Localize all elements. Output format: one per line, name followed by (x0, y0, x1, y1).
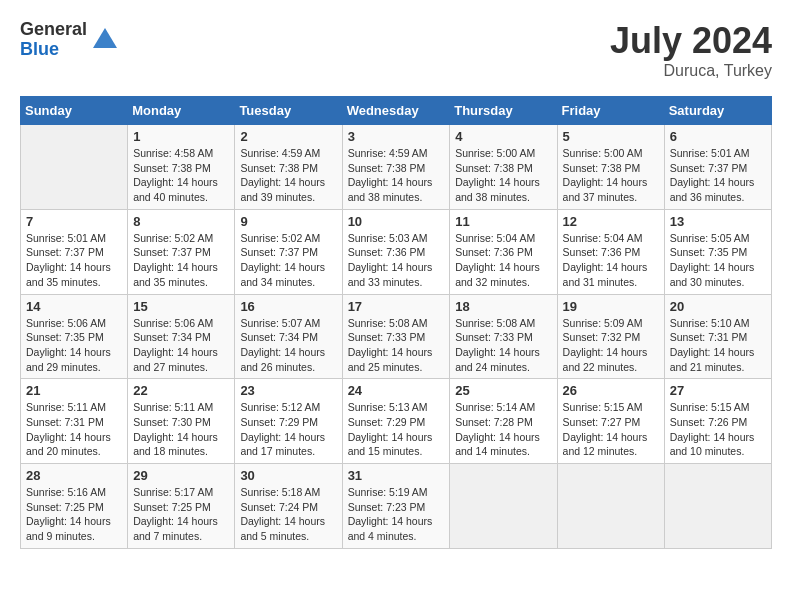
calendar-day-5: 5Sunrise: 5:00 AMSunset: 7:38 PMDaylight… (557, 125, 664, 210)
day-info: Sunrise: 5:00 AMSunset: 7:38 PMDaylight:… (563, 146, 659, 205)
day-number: 23 (240, 383, 336, 398)
calendar-day-29: 29Sunrise: 5:17 AMSunset: 7:25 PMDayligh… (128, 464, 235, 549)
calendar-day-12: 12Sunrise: 5:04 AMSunset: 7:36 PMDayligh… (557, 209, 664, 294)
day-info: Sunrise: 5:11 AMSunset: 7:30 PMDaylight:… (133, 400, 229, 459)
day-number: 26 (563, 383, 659, 398)
day-info: Sunrise: 5:18 AMSunset: 7:24 PMDaylight:… (240, 485, 336, 544)
day-number: 16 (240, 299, 336, 314)
calendar-day-31: 31Sunrise: 5:19 AMSunset: 7:23 PMDayligh… (342, 464, 450, 549)
logo-blue-text: Blue (20, 40, 87, 60)
calendar-day-3: 3Sunrise: 4:59 AMSunset: 7:38 PMDaylight… (342, 125, 450, 210)
day-info: Sunrise: 5:19 AMSunset: 7:23 PMDaylight:… (348, 485, 445, 544)
day-number: 22 (133, 383, 229, 398)
day-number: 2 (240, 129, 336, 144)
weekday-header-tuesday: Tuesday (235, 97, 342, 125)
calendar-day-15: 15Sunrise: 5:06 AMSunset: 7:34 PMDayligh… (128, 294, 235, 379)
weekday-header-saturday: Saturday (664, 97, 771, 125)
day-info: Sunrise: 5:07 AMSunset: 7:34 PMDaylight:… (240, 316, 336, 375)
calendar-day-17: 17Sunrise: 5:08 AMSunset: 7:33 PMDayligh… (342, 294, 450, 379)
calendar-day-25: 25Sunrise: 5:14 AMSunset: 7:28 PMDayligh… (450, 379, 557, 464)
logo-general-text: General (20, 20, 87, 40)
empty-day (450, 464, 557, 549)
calendar-day-16: 16Sunrise: 5:07 AMSunset: 7:34 PMDayligh… (235, 294, 342, 379)
day-number: 10 (348, 214, 445, 229)
calendar-day-28: 28Sunrise: 5:16 AMSunset: 7:25 PMDayligh… (21, 464, 128, 549)
day-number: 21 (26, 383, 122, 398)
day-number: 28 (26, 468, 122, 483)
weekday-header-row: SundayMondayTuesdayWednesdayThursdayFrid… (21, 97, 772, 125)
calendar-week-row: 7Sunrise: 5:01 AMSunset: 7:37 PMDaylight… (21, 209, 772, 294)
calendar-day-10: 10Sunrise: 5:03 AMSunset: 7:36 PMDayligh… (342, 209, 450, 294)
logo: General Blue (20, 20, 119, 60)
empty-day (664, 464, 771, 549)
day-number: 14 (26, 299, 122, 314)
title-block: July 2024 Duruca, Turkey (610, 20, 772, 80)
calendar-day-4: 4Sunrise: 5:00 AMSunset: 7:38 PMDaylight… (450, 125, 557, 210)
day-info: Sunrise: 4:58 AMSunset: 7:38 PMDaylight:… (133, 146, 229, 205)
calendar-week-row: 21Sunrise: 5:11 AMSunset: 7:31 PMDayligh… (21, 379, 772, 464)
day-info: Sunrise: 4:59 AMSunset: 7:38 PMDaylight:… (240, 146, 336, 205)
day-number: 7 (26, 214, 122, 229)
calendar-day-13: 13Sunrise: 5:05 AMSunset: 7:35 PMDayligh… (664, 209, 771, 294)
day-number: 24 (348, 383, 445, 398)
day-number: 13 (670, 214, 766, 229)
calendar-day-11: 11Sunrise: 5:04 AMSunset: 7:36 PMDayligh… (450, 209, 557, 294)
day-info: Sunrise: 5:04 AMSunset: 7:36 PMDaylight:… (455, 231, 551, 290)
day-number: 15 (133, 299, 229, 314)
day-info: Sunrise: 5:00 AMSunset: 7:38 PMDaylight:… (455, 146, 551, 205)
day-number: 12 (563, 214, 659, 229)
empty-day (21, 125, 128, 210)
day-info: Sunrise: 5:15 AMSunset: 7:27 PMDaylight:… (563, 400, 659, 459)
day-info: Sunrise: 5:13 AMSunset: 7:29 PMDaylight:… (348, 400, 445, 459)
calendar-day-14: 14Sunrise: 5:06 AMSunset: 7:35 PMDayligh… (21, 294, 128, 379)
day-info: Sunrise: 5:01 AMSunset: 7:37 PMDaylight:… (26, 231, 122, 290)
weekday-header-friday: Friday (557, 97, 664, 125)
day-number: 29 (133, 468, 229, 483)
day-info: Sunrise: 5:06 AMSunset: 7:35 PMDaylight:… (26, 316, 122, 375)
calendar-day-23: 23Sunrise: 5:12 AMSunset: 7:29 PMDayligh… (235, 379, 342, 464)
day-info: Sunrise: 5:15 AMSunset: 7:26 PMDaylight:… (670, 400, 766, 459)
day-number: 8 (133, 214, 229, 229)
day-number: 20 (670, 299, 766, 314)
day-info: Sunrise: 5:17 AMSunset: 7:25 PMDaylight:… (133, 485, 229, 544)
day-info: Sunrise: 5:12 AMSunset: 7:29 PMDaylight:… (240, 400, 336, 459)
weekday-header-thursday: Thursday (450, 97, 557, 125)
calendar-day-2: 2Sunrise: 4:59 AMSunset: 7:38 PMDaylight… (235, 125, 342, 210)
day-info: Sunrise: 5:14 AMSunset: 7:28 PMDaylight:… (455, 400, 551, 459)
day-info: Sunrise: 5:10 AMSunset: 7:31 PMDaylight:… (670, 316, 766, 375)
calendar-table: SundayMondayTuesdayWednesdayThursdayFrid… (20, 96, 772, 549)
day-number: 1 (133, 129, 229, 144)
calendar-day-22: 22Sunrise: 5:11 AMSunset: 7:30 PMDayligh… (128, 379, 235, 464)
calendar-day-27: 27Sunrise: 5:15 AMSunset: 7:26 PMDayligh… (664, 379, 771, 464)
calendar-week-row: 28Sunrise: 5:16 AMSunset: 7:25 PMDayligh… (21, 464, 772, 549)
page-header: General Blue July 2024 Duruca, Turkey (20, 20, 772, 80)
day-info: Sunrise: 5:06 AMSunset: 7:34 PMDaylight:… (133, 316, 229, 375)
calendar-day-6: 6Sunrise: 5:01 AMSunset: 7:37 PMDaylight… (664, 125, 771, 210)
month-title: July 2024 (610, 20, 772, 62)
calendar-day-19: 19Sunrise: 5:09 AMSunset: 7:32 PMDayligh… (557, 294, 664, 379)
svg-marker-0 (93, 28, 117, 48)
day-number: 5 (563, 129, 659, 144)
day-number: 9 (240, 214, 336, 229)
day-info: Sunrise: 5:02 AMSunset: 7:37 PMDaylight:… (133, 231, 229, 290)
day-number: 11 (455, 214, 551, 229)
calendar-day-24: 24Sunrise: 5:13 AMSunset: 7:29 PMDayligh… (342, 379, 450, 464)
day-info: Sunrise: 5:02 AMSunset: 7:37 PMDaylight:… (240, 231, 336, 290)
day-number: 4 (455, 129, 551, 144)
day-number: 19 (563, 299, 659, 314)
logo-icon (91, 26, 119, 54)
location: Duruca, Turkey (610, 62, 772, 80)
day-info: Sunrise: 5:11 AMSunset: 7:31 PMDaylight:… (26, 400, 122, 459)
weekday-header-wednesday: Wednesday (342, 97, 450, 125)
day-number: 18 (455, 299, 551, 314)
day-info: Sunrise: 4:59 AMSunset: 7:38 PMDaylight:… (348, 146, 445, 205)
calendar-day-21: 21Sunrise: 5:11 AMSunset: 7:31 PMDayligh… (21, 379, 128, 464)
day-number: 25 (455, 383, 551, 398)
day-info: Sunrise: 5:08 AMSunset: 7:33 PMDaylight:… (455, 316, 551, 375)
calendar-week-row: 1Sunrise: 4:58 AMSunset: 7:38 PMDaylight… (21, 125, 772, 210)
calendar-day-30: 30Sunrise: 5:18 AMSunset: 7:24 PMDayligh… (235, 464, 342, 549)
day-info: Sunrise: 5:03 AMSunset: 7:36 PMDaylight:… (348, 231, 445, 290)
day-number: 30 (240, 468, 336, 483)
calendar-day-8: 8Sunrise: 5:02 AMSunset: 7:37 PMDaylight… (128, 209, 235, 294)
day-number: 6 (670, 129, 766, 144)
